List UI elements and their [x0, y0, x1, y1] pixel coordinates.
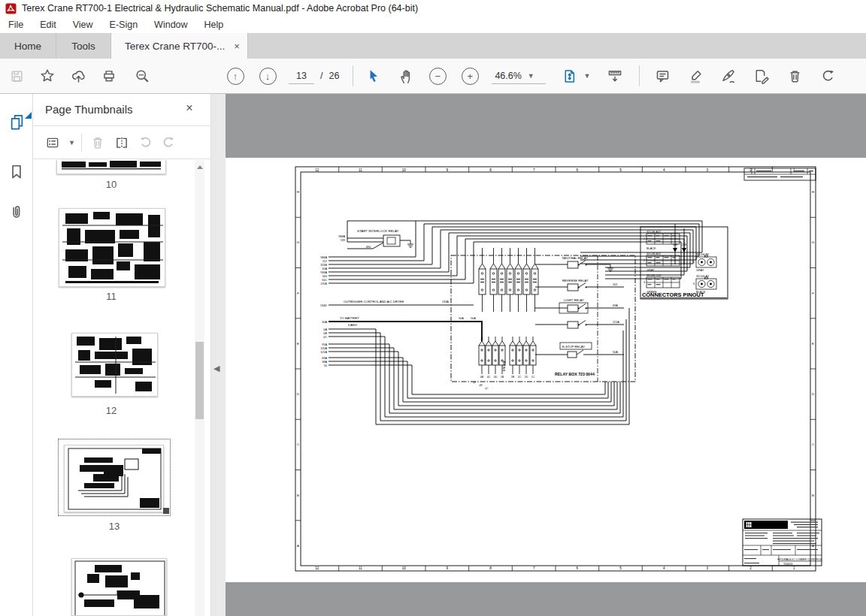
attachments-rail-button[interactable]	[8, 204, 25, 222]
thumbnail-10-label[interactable]: 10	[96, 179, 126, 190]
tab-bar: Home Tools Terex Crane RT700-... ×	[0, 33, 866, 59]
star-button[interactable]	[35, 64, 59, 88]
page-thumbnails-panel: Page Thumbnails × ▼	[33, 94, 210, 616]
svg-text:32C08-C22: 32C08-C22	[646, 274, 661, 277]
page-controls-dock-button[interactable]	[603, 64, 627, 88]
document-view[interactable]: 12 11 10 9 8 7 6 5 4 3 2 1 12 11	[226, 94, 866, 616]
acrobat-window: Terex Crane RT700-1 Electrical & Hydraul…	[0, 0, 866, 616]
svg-text:50A: 50A	[471, 317, 476, 320]
save-button	[5, 64, 29, 88]
svg-text:594A: 594A	[320, 271, 327, 274]
chevron-down-icon[interactable]: ▼	[68, 139, 75, 146]
panel-scrollbar-thumb[interactable]	[195, 342, 204, 419]
svg-text:F: F	[812, 291, 814, 295]
share-button[interactable]	[66, 64, 90, 88]
thumbnail-page-13[interactable]	[64, 445, 164, 512]
svg-text:50A: 50A	[613, 351, 618, 354]
tab-tools[interactable]: Tools	[56, 33, 111, 59]
title-bar: Terex Crane RT700-1 Electrical & Hydraul…	[0, 0, 866, 17]
frame-zone-numbers-top: 12 11 10 9 8 7 6 5 4 3 2 1	[315, 168, 795, 172]
thumbnail-page-11[interactable]	[59, 208, 165, 287]
svg-text:50A: 50A	[459, 317, 464, 320]
zoom-out-button[interactable]: −	[425, 64, 450, 88]
svg-text:10: 10	[402, 168, 407, 172]
delete-pages-button[interactable]	[783, 64, 807, 88]
acrobat-pdf-icon	[5, 3, 17, 14]
relay-box-label: RELAY BOX 723 0044	[555, 372, 595, 376]
document-page[interactable]: 12 11 10 9 8 7 6 5 4 3 2 1 12 11	[226, 158, 866, 582]
thumbnail-page-14[interactable]	[71, 558, 167, 616]
next-page-button[interactable]: ↓	[256, 64, 280, 88]
svg-text:7: 7	[533, 566, 535, 570]
print-button[interactable]	[97, 64, 121, 88]
thumbnail-13-resize-handle[interactable]	[163, 508, 169, 514]
edit-page-button[interactable]	[749, 64, 774, 88]
thumbnail-13-label[interactable]: 13	[99, 521, 129, 532]
thumbnail-11-label[interactable]: 11	[96, 291, 126, 302]
rotate-cw-icon	[161, 135, 176, 150]
svg-text:D: D	[297, 392, 299, 396]
svg-text:10: 10	[402, 566, 407, 570]
options-icon	[45, 135, 60, 150]
bookmarks-rail-button[interactable]	[8, 163, 25, 181]
scroll-up-icon[interactable]	[197, 165, 203, 169]
hand-tool-button[interactable]	[394, 64, 418, 88]
thumbnail-12-label[interactable]: 12	[96, 405, 126, 416]
thumbnail-page-10[interactable]	[56, 160, 166, 174]
thumbnail-options-button[interactable]	[43, 133, 62, 152]
highlighter-icon	[688, 68, 704, 84]
page-number-input[interactable]: 13	[289, 68, 314, 84]
select-tool-button[interactable]	[362, 64, 386, 88]
svg-text:7: 7	[533, 168, 535, 172]
tab-close-icon[interactable]: ×	[234, 41, 240, 52]
zoom-level-select[interactable]: 46.6% ▼	[492, 68, 546, 84]
rotate-pages-button[interactable]	[816, 64, 840, 88]
sign-button[interactable]	[716, 64, 740, 88]
svg-text:E: E	[297, 342, 299, 346]
insert-pages-button[interactable]	[112, 133, 132, 152]
panel-scrollbar[interactable]	[195, 160, 204, 616]
svg-text:G: G	[297, 240, 299, 244]
svg-text:2C: 2C	[518, 376, 522, 379]
fit-page-button[interactable]: ▼	[559, 64, 592, 88]
svg-text:112: 112	[322, 260, 327, 263]
svg-text:584A: 584A	[338, 235, 345, 238]
menu-view[interactable]: View	[65, 18, 101, 32]
svg-text:C: C	[297, 442, 299, 446]
svg-text:3: 3	[707, 168, 709, 172]
menu-edit[interactable]: Edit	[32, 18, 65, 32]
thumbnail-11-preview	[59, 209, 165, 287]
panel-resize-gutter[interactable]	[210, 94, 226, 616]
comment-button[interactable]	[650, 64, 674, 88]
svg-text:B: B	[297, 494, 299, 497]
menu-window[interactable]: Window	[146, 18, 195, 32]
menu-esign[interactable]: E-Sign	[101, 18, 147, 32]
rotate-cw-button-disabled	[159, 133, 178, 152]
previous-page-button[interactable]: ↑	[223, 64, 247, 88]
svg-text:12: 12	[315, 168, 319, 172]
svg-text:GRAY: GRAY	[696, 269, 704, 272]
highlight-button[interactable]	[683, 64, 707, 88]
page-thumbnails-rail-button[interactable]	[8, 113, 25, 131]
tab-document[interactable]: Terex Crane RT700-... ×	[111, 33, 248, 59]
svg-text:170B: 170B	[320, 282, 327, 285]
pointer-icon	[366, 68, 381, 83]
panel-close-icon[interactable]: ×	[182, 101, 197, 115]
hand-icon	[398, 68, 414, 84]
svg-text:4D: 4D	[494, 376, 498, 379]
menu-help[interactable]: Help	[196, 18, 232, 32]
thumbnail-page-12[interactable]	[71, 333, 158, 397]
tab-home[interactable]: Home	[0, 33, 56, 59]
search-button[interactable]	[130, 64, 154, 88]
connectors-pinout-title: CONNECTORS PINOUT	[642, 291, 704, 298]
page-separator: /	[320, 71, 322, 81]
svg-text:BLACK: BLACK	[646, 247, 656, 250]
collapse-panel-button[interactable]: ◀	[213, 364, 220, 373]
chevron-down-icon: ▼	[528, 72, 534, 80]
thumbnail-12-preview	[72, 334, 158, 397]
thumbnail-10-preview	[57, 160, 166, 174]
zoom-in-button[interactable]: +	[458, 64, 482, 88]
fuse-bank-upper	[479, 248, 538, 312]
svg-text:6: 6	[693, 282, 695, 285]
menu-file[interactable]: File	[0, 18, 32, 32]
